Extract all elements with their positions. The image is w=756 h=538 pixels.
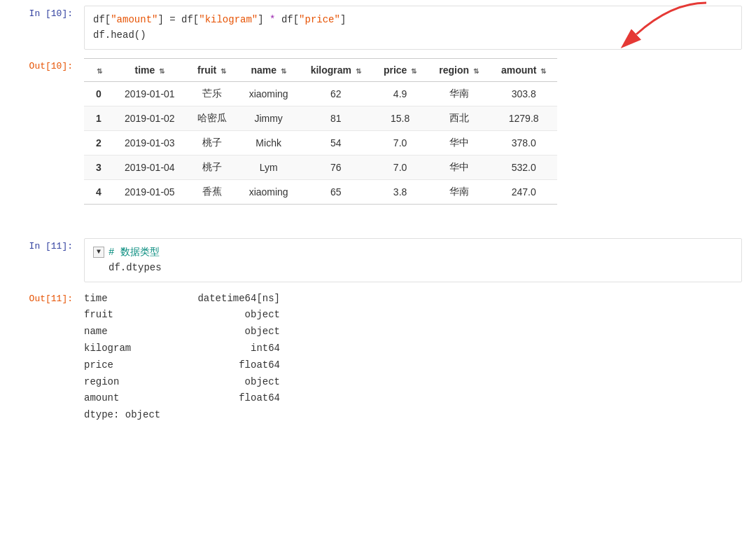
sort-icon-index: ⇅ [97,67,102,75]
table-cell: 15.8 [372,106,428,130]
dtype-row: fruitobject [84,307,742,324]
dtype-value: object [182,374,280,391]
table-header-row: ⇅ time ⇅ fruit ⇅ name ⇅ kilogram ⇅ price… [84,58,557,81]
table-cell: 65 [300,179,372,204]
dtype-row: kilogramint64 [84,340,742,357]
col-header-time[interactable]: time ⇅ [113,58,186,81]
code-plain2: ] = df[ [158,14,199,25]
in10-code-inner: df["amount"] = df["kilogram"] * df["pric… [93,12,733,43]
table-cell: Lym [238,155,300,179]
table-cell: 1279.8 [490,106,557,130]
col-header-amount[interactable]: amount ⇅ [490,58,557,81]
table-cell: 2019-01-02 [113,106,186,130]
code-plain3: ] [258,14,270,25]
dtype-value: object [182,307,280,324]
dtype-key: fruit [84,307,182,324]
dtype-key: price [84,357,182,374]
col-header-index[interactable]: ⇅ [84,58,113,81]
in11-code[interactable]: ▼ # 数据类型 df.dtypes [84,238,742,282]
in11-code-line: df.dtypes [108,260,162,275]
in11-code-with-toggle: ▼ # 数据类型 df.dtypes [93,244,733,276]
dtype-last-line: dtype: object [84,407,160,424]
dtype-row: regionobject [84,374,742,391]
code-plain5: ] [340,14,346,25]
col-header-fruit[interactable]: fruit ⇅ [186,58,238,81]
table-cell: xiaoming [238,81,300,106]
table-cell: 华南 [428,179,490,204]
in11-comment-line: # 数据类型 [108,244,162,260]
col-header-kilogram[interactable]: kilogram ⇅ [300,58,372,81]
dtype-value: float64 [182,390,280,407]
dtype-key: amount [84,390,182,407]
table-row: 02019-01-01芒乐xiaoming624.9华南303.8 [84,81,557,106]
cell-in11: In [11]: ▼ # 数据类型 df.dtypes [0,233,756,288]
table-cell: 2019-01-04 [113,155,186,179]
sort-icon-time: ⇅ [159,67,164,75]
dtype-row: nameobject [84,324,742,340]
dtype-key: region [84,374,182,391]
in10-code[interactable]: df["amount"] = df["kilogram"] * df["pric… [84,6,742,50]
cell-input-row-11: In [11]: ▼ # 数据类型 df.dtypes [0,233,756,288]
table-cell: 2019-01-05 [113,179,186,204]
dtype-value: int64 [182,340,280,357]
code-plain4: df[ [275,14,299,25]
in11-label: In [11]: [0,238,84,254]
in10-line1: df["amount"] = df["kilogram"] * df["pric… [93,12,733,27]
in11-toggle-button[interactable]: ▼ [93,247,104,258]
col-header-price[interactable]: price ⇅ [372,58,428,81]
table-cell: 54 [300,130,372,155]
table-cell: Jimmy [238,106,300,130]
sort-icon-fruit: ⇅ [220,67,226,75]
table-cell: 3.8 [372,179,428,204]
table-cell: 3 [84,155,113,179]
table-cell: 532.0 [490,155,557,179]
cell-input-row-10: In [10]: df["amount"] = df["kilogram"] *… [0,0,756,55]
code-plain: df[ [93,14,111,25]
code-string-kilogram: "kilogram" [199,14,258,25]
table-row: 12019-01-02哈密瓜Jimmy8115.8西北1279.8 [84,106,557,130]
table-cell: 香蕉 [186,179,238,204]
table-cell: 2019-01-03 [113,130,186,155]
dtype-key: kilogram [84,340,182,357]
table-cell: 2 [84,130,113,155]
out10-label: Out[10]: [0,58,84,74]
table-cell: 2019-01-01 [113,81,186,106]
table-cell: 81 [300,106,372,130]
table-cell: 华南 [428,81,490,106]
code-string-amount: "amount" [111,14,158,25]
out11-label: Out[11]: [0,291,84,307]
sort-icon-region: ⇅ [473,67,479,75]
col-header-region[interactable]: region ⇅ [428,58,490,81]
cell-in10: In [10]: df["amount"] = df["kilogram"] *… [0,0,756,55]
dtype-row: dtype: object [84,407,742,424]
table-cell: 7.0 [372,155,428,179]
table-cell: 西北 [428,106,490,130]
table-cell: xiaoming [238,179,300,204]
table-cell: 哈密瓜 [186,106,238,130]
in11-code-lines: # 数据类型 df.dtypes [108,244,162,276]
sort-icon-amount: ⇅ [540,67,546,75]
in10-label: In [10]: [0,6,84,22]
out10-row: Out[10]: ⇅ time ⇅ fruit ⇅ name ⇅ kilogra… [0,55,756,216]
dtype-value: float64 [182,357,280,374]
dtype-row: amountfloat64 [84,390,742,407]
table-row: 32019-01-04桃子Lym767.0华中532.0 [84,155,557,179]
dtype-row: timedatetime64[ns] [84,291,742,308]
dtype-row: pricefloat64 [84,357,742,374]
col-header-name[interactable]: name ⇅ [238,58,300,81]
sort-icon-price: ⇅ [411,67,416,75]
table-cell: 4.9 [372,81,428,106]
out11-content: timedatetime64[ns]fruitobjectnameobjectk… [84,291,742,424]
sort-icon-kilogram: ⇅ [356,67,361,75]
notebook: In [10]: df["amount"] = df["kilogram"] *… [0,0,756,538]
section-gap [0,216,756,233]
in10-line2: df.head() [93,27,733,43]
table-row: 22019-01-03桃子Michk547.0华中378.0 [84,130,557,155]
dataframe-table: ⇅ time ⇅ fruit ⇅ name ⇅ kilogram ⇅ price… [84,58,557,205]
table-body: 02019-01-01芒乐xiaoming624.9华南303.812019-0… [84,81,557,204]
table-cell: 62 [300,81,372,106]
table-cell: 华中 [428,130,490,155]
table-cell: 76 [300,155,372,179]
table-cell: Michk [238,130,300,155]
dtype-value: datetime64[ns] [182,291,280,308]
